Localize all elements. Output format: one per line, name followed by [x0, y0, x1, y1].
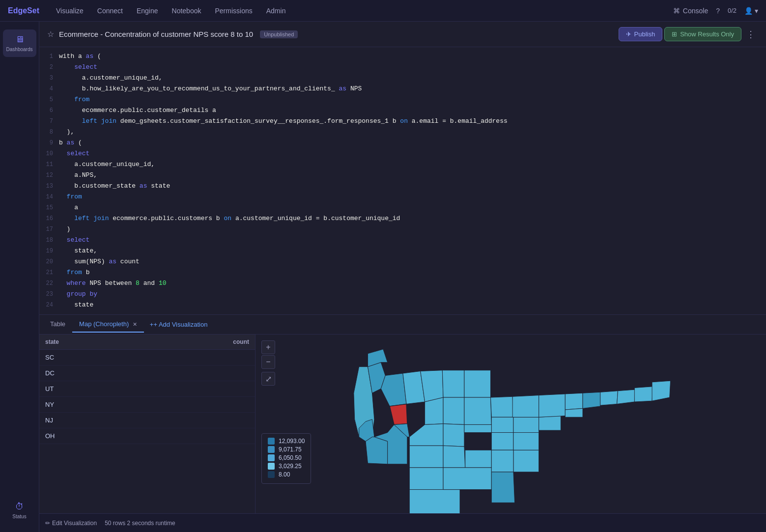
nav-engine[interactable]: Engine — [136, 5, 159, 17]
tab-close-icon[interactable]: ✕ — [133, 321, 137, 327]
code-line-20: 20 sum(NPS) as count — [39, 256, 766, 267]
tab-map-choropleth[interactable]: Map (Choropleth) ✕ — [72, 316, 144, 333]
expand-button[interactable]: ⤢ — [261, 372, 275, 386]
map-legend: 12,093.00 9,071.75 6,050.50 — [261, 433, 311, 484]
line-number: 8 — [43, 127, 59, 138]
state-wi[interactable] — [443, 397, 464, 424]
topnav: EdgeSet Visualize Connect Engine Noteboo… — [0, 0, 766, 22]
add-visualization-button[interactable]: + + Add Visualization — [144, 317, 214, 332]
nav-permissions[interactable]: Permissions — [214, 5, 253, 17]
state-wv[interactable] — [512, 395, 539, 418]
main-layout: 🖥 Dashboards ⏱ Status ☆ Ecommerce - Conc… — [0, 22, 766, 532]
code-line-5: 5 from — [39, 94, 766, 105]
sidebar-label-status: Status — [12, 514, 26, 519]
edit-visualization-button-2[interactable]: ✏ Edit Visualization — [45, 520, 97, 527]
state-tx[interactable] — [409, 490, 460, 513]
line-content: group by — [59, 289, 97, 300]
state-pa[interactable] — [539, 394, 565, 417]
state-la[interactable] — [443, 468, 491, 490]
col-header-count: count — [147, 335, 255, 349]
line-content: sum(NPS) as count — [59, 256, 140, 267]
legend-color-2 — [268, 446, 275, 453]
nav-visualize[interactable]: Visualize — [55, 5, 85, 17]
state-ok[interactable] — [409, 468, 443, 490]
nav-connect[interactable]: Connect — [96, 5, 124, 17]
state-ky[interactable] — [491, 417, 513, 432]
results-overall-bottom-bar: ✏ Edit Visualization 50 rows 2 seconds r… — [39, 513, 766, 532]
state-id[interactable] — [381, 373, 406, 406]
user-avatar[interactable]: 👤 ▾ — [744, 7, 758, 15]
state-fl[interactable] — [491, 472, 514, 503]
show-results-button[interactable]: ⊞ Show Results Only — [664, 27, 741, 41]
user-count: 0/2 — [728, 7, 737, 14]
more-options-button[interactable]: ⋮ — [743, 27, 758, 42]
line-number: 10 — [43, 148, 59, 159]
line-content: a.NPS, — [59, 170, 97, 181]
code-line-13: 13 b.customer_state as state — [39, 181, 766, 192]
state-sc[interactable] — [513, 450, 539, 472]
state-ks[interactable] — [409, 446, 443, 468]
state-vt-nh[interactable] — [634, 387, 653, 402]
state-ia[interactable] — [443, 424, 464, 447]
table-header: state count — [39, 335, 255, 350]
nav-notebook[interactable]: Notebook — [171, 5, 202, 17]
code-editor[interactable]: 1with a as (2 select3 a.customer_unique_… — [39, 47, 766, 314]
cell-state: UT — [39, 381, 147, 396]
line-number: 16 — [43, 213, 59, 224]
line-number: 21 — [43, 267, 59, 278]
table-icon: ⊞ — [672, 30, 677, 38]
line-content: state, — [59, 246, 97, 256]
console-icon: ⌘ — [673, 7, 680, 15]
sidebar-item-dashboards[interactable]: 🖥 Dashboards — [3, 29, 36, 57]
state-mo[interactable] — [443, 446, 465, 468]
zoom-in-button[interactable]: + — [261, 340, 275, 354]
state-me[interactable] — [652, 381, 671, 401]
state-il[interactable] — [464, 397, 491, 424]
legend-color-5 — [268, 471, 275, 478]
brand-logo[interactable]: EdgeSet — [8, 6, 39, 15]
help-icon[interactable]: ? — [716, 7, 720, 15]
state-oh[interactable] — [490, 396, 513, 417]
state-in[interactable] — [464, 424, 491, 432]
state-ct[interactable] — [600, 391, 618, 405]
line-number: 3 — [43, 73, 59, 84]
state-az[interactable] — [366, 437, 388, 464]
code-line-15: 15 a — [39, 202, 766, 213]
legend-item: 3,029.25 — [268, 463, 305, 470]
nav-admin[interactable]: Admin — [265, 5, 287, 17]
state-md-dc[interactable] — [539, 416, 561, 430]
state-va[interactable] — [513, 417, 539, 432]
state-mn[interactable] — [442, 370, 464, 397]
state-de[interactable] — [565, 408, 583, 417]
tab-table[interactable]: Table — [43, 316, 72, 333]
publish-icon: ✈ — [626, 30, 631, 38]
line-content: from — [59, 94, 89, 105]
zoom-out-button[interactable]: − — [261, 355, 275, 369]
state-sd[interactable] — [425, 397, 443, 424]
line-content: b.how_likely_are_you_to_recommend_us_to_… — [59, 84, 362, 94]
console-button[interactable]: ⌘ Console — [673, 7, 708, 15]
favorite-star-icon[interactable]: ☆ — [47, 29, 54, 39]
state-mi[interactable] — [464, 370, 490, 397]
publish-button[interactable]: ✈ Publish — [619, 27, 663, 41]
state-nj[interactable] — [583, 392, 600, 408]
state-ut[interactable] — [390, 404, 407, 424]
us-choropleth-map[interactable] — [320, 340, 723, 513]
state-tn[interactable] — [491, 433, 513, 450]
code-line-4: 4 b.how_likely_are_you_to_recommend_us_t… — [39, 84, 766, 94]
state-ne[interactable] — [409, 424, 443, 446]
legend-color-4 — [268, 463, 275, 470]
state-ga[interactable] — [491, 450, 513, 472]
state-ny[interactable] — [565, 393, 583, 410]
code-line-10: 10 select — [39, 148, 766, 159]
cell-count — [147, 397, 255, 412]
state-ri-ma[interactable] — [617, 390, 635, 404]
us-map-container[interactable] — [255, 335, 766, 513]
code-line-19: 19 state, — [39, 246, 766, 256]
line-number: 17 — [43, 224, 59, 235]
state-nc[interactable] — [513, 430, 539, 450]
sidebar-item-status[interactable]: ⏱ Status — [3, 497, 36, 524]
line-number: 23 — [43, 289, 59, 300]
legend-item: 9,071.75 — [268, 446, 305, 453]
state-ar[interactable] — [465, 450, 491, 468]
